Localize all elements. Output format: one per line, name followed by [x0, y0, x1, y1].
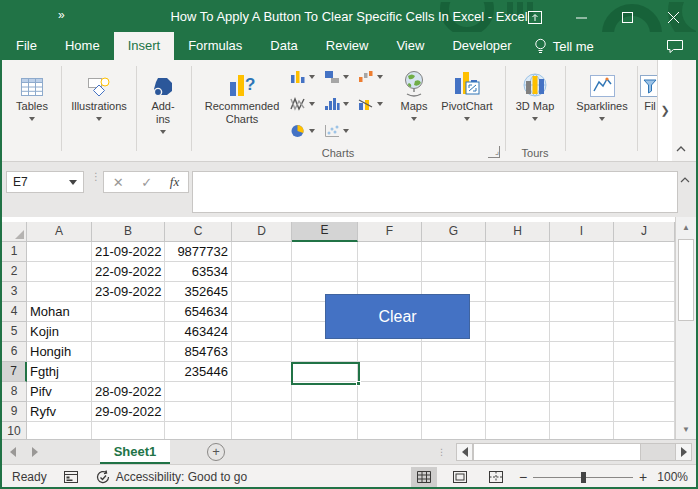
cell-H7[interactable] [486, 362, 550, 382]
tab-insert[interactable]: Insert [114, 32, 175, 60]
cell-G6[interactable] [422, 342, 486, 362]
cell-H5[interactable] [486, 322, 550, 342]
sparklines-button[interactable]: Sparklines [569, 64, 635, 121]
cell-A6[interactable]: Hongih [27, 342, 92, 362]
ribbon-scroll-right-icon[interactable]: ❯ [657, 60, 672, 161]
column-header-D[interactable]: D [232, 222, 292, 242]
cell-D5[interactable] [232, 322, 292, 342]
horizontal-scrollbar[interactable]: ⋮ [437, 443, 692, 461]
cell-B5[interactable] [92, 322, 165, 342]
cell-F2[interactable] [358, 262, 422, 282]
row-header-4[interactable]: 4 [2, 302, 27, 322]
cell-E1[interactable] [292, 242, 358, 262]
column-header-J[interactable]: J [614, 222, 675, 242]
tab-formulas[interactable]: Formulas [174, 32, 256, 60]
comments-icon[interactable] [666, 39, 684, 54]
cell-B10[interactable] [92, 422, 165, 439]
accessibility-status[interactable]: Accessibility: Good to go [95, 469, 247, 485]
scroll-down-icon[interactable]: ▼ [678, 421, 694, 437]
cell-A8[interactable]: Pifv [27, 382, 92, 402]
macro-record-icon[interactable] [63, 470, 79, 484]
row-header-8[interactable]: 8 [2, 382, 27, 402]
tab-review[interactable]: Review [312, 32, 383, 60]
new-sheet-icon[interactable]: + [207, 443, 225, 461]
cell-D4[interactable] [232, 302, 292, 322]
normal-view-button[interactable] [411, 467, 437, 487]
cell-H10[interactable] [486, 422, 550, 439]
close-button[interactable] [650, 2, 696, 32]
cell-G8[interactable] [422, 382, 486, 402]
confirm-entry-icon[interactable]: ✓ [141, 175, 152, 190]
column-header-G[interactable]: G [422, 222, 486, 242]
insert-bar-chart-button[interactable] [324, 66, 349, 88]
cell-D2[interactable] [232, 262, 292, 282]
charts-dialog-launcher-icon[interactable]: ⌟ [488, 146, 500, 158]
tab-view[interactable]: View [382, 32, 438, 60]
zoom-slider[interactable]: − + [519, 470, 647, 484]
cell-F9[interactable] [358, 402, 422, 422]
tab-home[interactable]: Home [51, 32, 114, 60]
cell-A9[interactable]: Ryfv [27, 402, 92, 422]
cell-D6[interactable] [232, 342, 292, 362]
cell-F8[interactable] [358, 382, 422, 402]
cell-J8[interactable] [614, 382, 675, 402]
cell-D1[interactable] [232, 242, 292, 262]
cell-H2[interactable] [486, 262, 550, 282]
cell-A7[interactable]: Fgthj [27, 362, 92, 382]
cell-J6[interactable] [614, 342, 675, 362]
cell-I1[interactable] [550, 242, 614, 262]
row-header-6[interactable]: 6 [2, 342, 27, 362]
formula-input[interactable] [192, 171, 678, 213]
cell-B6[interactable] [92, 342, 165, 362]
cell-H1[interactable] [486, 242, 550, 262]
add-ins-button[interactable]: Add-ins [140, 64, 186, 134]
cell-C1[interactable]: 9877732 [165, 242, 232, 262]
page-layout-view-button[interactable] [447, 467, 473, 487]
cell-F1[interactable] [358, 242, 422, 262]
maximize-button[interactable] [604, 2, 650, 32]
cell-H4[interactable] [486, 302, 550, 322]
row-header-5[interactable]: 5 [2, 322, 27, 342]
cell-A2[interactable] [27, 262, 92, 282]
cell-B9[interactable]: 29-09-2022 [92, 402, 165, 422]
cell-B8[interactable]: 28-09-2022 [92, 382, 165, 402]
scroll-right-icon[interactable] [675, 443, 692, 461]
splitter-dots-icon[interactable]: ⋮ [437, 450, 446, 454]
minimize-button[interactable] [558, 2, 604, 32]
zoom-thumb[interactable] [581, 472, 586, 483]
cell-D10[interactable] [232, 422, 292, 439]
insert-column-chart-button[interactable] [290, 66, 315, 88]
cell-D3[interactable] [232, 282, 292, 302]
tab-data[interactable]: Data [256, 32, 311, 60]
cell-H3[interactable] [486, 282, 550, 302]
row-header-3[interactable]: 3 [2, 282, 27, 302]
cell-H8[interactable] [486, 382, 550, 402]
cell-H6[interactable] [486, 342, 550, 362]
cell-A3[interactable] [27, 282, 92, 302]
recommended-charts-button[interactable]: ? Recommended Charts [197, 64, 287, 126]
cell-C8[interactable] [165, 382, 232, 402]
cell-C10[interactable] [165, 422, 232, 439]
cell-C9[interactable] [165, 402, 232, 422]
cell-A1[interactable] [27, 242, 92, 262]
cell-J3[interactable] [614, 282, 675, 302]
cell-C6[interactable]: 854763 [165, 342, 232, 362]
cell-E8[interactable] [292, 382, 358, 402]
cell-B1[interactable]: 21-09-2022 [92, 242, 165, 262]
previous-sheet-icon[interactable] [10, 447, 16, 457]
cell-F6[interactable] [358, 342, 422, 362]
cancel-entry-icon[interactable]: ✕ [113, 175, 124, 190]
cell-D7[interactable] [232, 362, 292, 382]
vertical-scrollbar[interactable]: ▲ ▼ [675, 217, 696, 439]
select-all-corner[interactable] [2, 222, 27, 242]
cell-D8[interactable] [232, 382, 292, 402]
cell-A10[interactable] [27, 422, 92, 439]
tab-file[interactable]: File [2, 32, 51, 60]
cell-E10[interactable] [292, 422, 358, 439]
clear-macro-button[interactable]: Clear [325, 294, 470, 339]
ribbon-display-options-icon[interactable] [512, 2, 558, 32]
cell-I10[interactable] [550, 422, 614, 439]
cell-J5[interactable] [614, 322, 675, 342]
column-header-A[interactable]: A [27, 222, 92, 242]
cell-I2[interactable] [550, 262, 614, 282]
